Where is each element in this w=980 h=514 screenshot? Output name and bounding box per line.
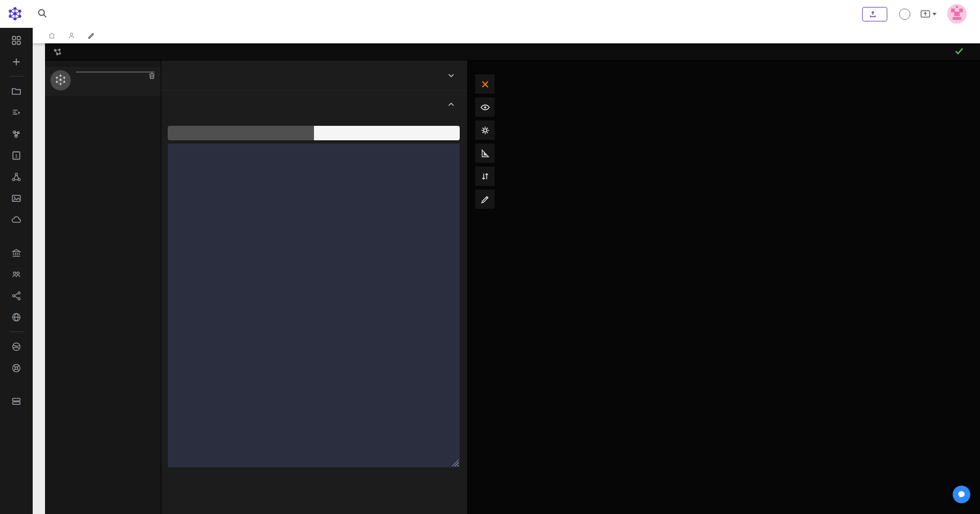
basis-units-tabs — [168, 126, 460, 140]
basis-editor-lines — [168, 143, 460, 146]
trash-icon — [147, 71, 156, 80]
materials-designer — [45, 43, 980, 514]
breadcrumb-account[interactable] — [68, 32, 79, 40]
sidebar-item-properties[interactable] — [6, 393, 27, 409]
sidebar-item-create[interactable] — [6, 54, 27, 70]
home-icon — [48, 32, 56, 40]
measure-button[interactable] — [475, 143, 495, 163]
designer-menubar — [45, 43, 980, 61]
viewer-toolbar — [475, 74, 495, 209]
images-icon — [11, 193, 21, 203]
messages-button[interactable] — [920, 9, 937, 19]
tab-cartesian-units[interactable] — [314, 126, 460, 140]
designer-logo-icon — [53, 47, 62, 57]
tab-crystal-units[interactable] — [168, 126, 314, 140]
jobs-icon: 1 — [11, 150, 21, 161]
explore-icon — [11, 342, 21, 352]
pencil-icon — [480, 194, 490, 205]
caret-down-icon — [932, 13, 937, 16]
source-editor-panel — [161, 61, 468, 514]
material-list-item[interactable] — [45, 67, 161, 96]
basis-editor[interactable] — [168, 143, 460, 467]
check-icon — [954, 46, 964, 56]
hierarchy-icon — [11, 172, 21, 182]
sidebar-item-jobs[interactable]: 1 — [6, 147, 27, 163]
app-screen: 1 — [0, 0, 980, 514]
sidebar-item-support[interactable] — [6, 360, 27, 376]
dashboard-icon — [11, 35, 21, 46]
search-icon — [37, 8, 48, 19]
menu-view[interactable] — [102, 43, 116, 61]
sidebar-divider — [10, 76, 24, 77]
team-icon — [11, 269, 21, 279]
menu-edit[interactable] — [88, 43, 102, 61]
set-square-icon — [480, 148, 490, 158]
sidebar-item-dashboard[interactable] — [6, 32, 27, 48]
material-name-input[interactable] — [76, 70, 154, 72]
viewer-settings-button[interactable] — [475, 120, 495, 140]
delete-material-button[interactable] — [147, 71, 156, 82]
cards-icon — [11, 396, 21, 406]
sidebar-item-team[interactable] — [6, 266, 27, 282]
wheel-icon — [11, 363, 21, 373]
sidebar-item-explore[interactable] — [6, 338, 27, 354]
menu-advanced[interactable] — [116, 43, 130, 61]
upload-icon — [869, 10, 877, 18]
breadcrumb-current — [87, 32, 99, 40]
menu-input-output[interactable] — [74, 43, 88, 61]
eye-icon — [480, 102, 490, 112]
top-bar — [0, 0, 980, 28]
person-icon — [68, 32, 76, 40]
close-icon — [480, 79, 490, 89]
user-avatar[interactable] — [947, 4, 967, 24]
plus-icon — [11, 57, 21, 67]
chat-bubble-icon — [957, 490, 966, 499]
breadcrumb-home[interactable] — [48, 32, 59, 40]
chevron-down-icon — [448, 73, 454, 78]
search-button[interactable] — [36, 8, 48, 20]
sidebar: 1 — [0, 28, 33, 514]
visibility-button[interactable] — [475, 97, 495, 117]
sidebar-item-projects[interactable] — [6, 83, 27, 99]
share-icon — [11, 291, 21, 301]
bank-icon — [11, 248, 21, 258]
crystal-basis-section-header[interactable] — [161, 90, 467, 118]
sidebar-item-workflows[interactable] — [6, 104, 27, 120]
sidebar-item-shared[interactable] — [6, 288, 27, 304]
reorder-axes-button[interactable] — [475, 167, 495, 186]
up-down-arrows-icon — [480, 171, 490, 182]
editor-resize-handle[interactable] — [452, 459, 459, 466]
layout-gap — [33, 43, 45, 514]
sidebar-item-materials[interactable] — [6, 126, 27, 142]
edit-structure-button[interactable] — [475, 190, 495, 209]
svg-text:1: 1 — [15, 152, 18, 158]
breadcrumb — [33, 28, 980, 43]
materials-list-panel — [45, 61, 161, 514]
sidebar-item-cloud[interactable] — [6, 211, 27, 228]
help-button[interactable] — [899, 9, 910, 20]
sidebar-item-bank[interactable] — [6, 245, 27, 261]
atoms-cluster-icon — [11, 129, 21, 139]
viewer-canvas[interactable] — [468, 61, 980, 514]
sidebar-item-media[interactable] — [6, 190, 27, 206]
folder-icon — [11, 86, 21, 96]
mat3ra-logo-icon[interactable] — [8, 6, 23, 21]
messages-icon — [920, 9, 931, 19]
chevron-up-icon — [448, 102, 454, 107]
cloud-icon — [11, 215, 21, 225]
save-check-button[interactable] — [954, 46, 964, 57]
sidebar-item-designer[interactable] — [6, 169, 27, 185]
menu-help[interactable] — [130, 43, 144, 61]
chat-support-button[interactable] — [953, 486, 970, 503]
sidebar-divider — [10, 331, 24, 332]
pencil-icon — [87, 32, 95, 40]
workflows-icon — [11, 108, 21, 118]
crystal-lattice-section-header[interactable] — [161, 61, 467, 90]
avatar-identicon — [947, 4, 967, 24]
structure-viewer — [468, 61, 980, 514]
close-viewer-button[interactable] — [475, 74, 495, 94]
sidebar-item-web[interactable] — [6, 309, 27, 325]
gear-icon — [480, 125, 490, 135]
material-avatar-icon — [50, 70, 71, 90]
upgrade-button[interactable] — [862, 7, 887, 21]
